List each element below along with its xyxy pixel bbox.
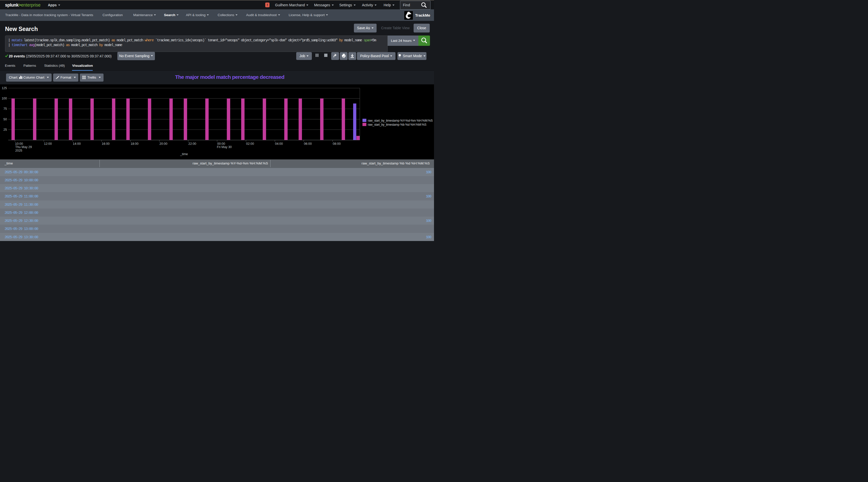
svg-text:raw_start_by_timestamp %b %d %: raw_start_by_timestamp %b %d %H:%M:%S xyxy=(368,123,427,126)
svg-text:25: 25 xyxy=(3,128,7,131)
svg-text:06:00: 06:00 xyxy=(304,142,312,145)
svg-text:12:00: 12:00 xyxy=(44,142,52,145)
svg-text:100: 100 xyxy=(2,97,7,100)
svg-text:125: 125 xyxy=(2,86,7,90)
svg-text:04:00: 04:00 xyxy=(275,142,283,145)
svg-text:50: 50 xyxy=(3,117,7,121)
svg-text:02:00: 02:00 xyxy=(246,142,254,145)
svg-text:08:00: 08:00 xyxy=(333,142,341,145)
svg-text:00:00: 00:00 xyxy=(217,142,225,145)
svg-text:75: 75 xyxy=(3,107,7,110)
svg-text:22:00: 22:00 xyxy=(188,142,196,145)
svg-text:_time: _time xyxy=(180,152,188,156)
svg-text:16:00: 16:00 xyxy=(102,142,110,145)
svg-text:18:00: 18:00 xyxy=(130,142,138,145)
svg-text:Fri May 30: Fri May 30 xyxy=(217,145,232,149)
svg-text:Thu May 29: Thu May 29 xyxy=(16,145,32,149)
svg-text:14:00: 14:00 xyxy=(73,142,81,145)
svg-text:20:00: 20:00 xyxy=(159,142,167,145)
svg-text:raw_start_by_timestamp %Y-%d-%: raw_start_by_timestamp %Y-%d-%m %H:%M:%S xyxy=(368,119,433,122)
svg-text:10:00: 10:00 xyxy=(15,142,23,145)
svg-text:2025: 2025 xyxy=(16,149,23,152)
